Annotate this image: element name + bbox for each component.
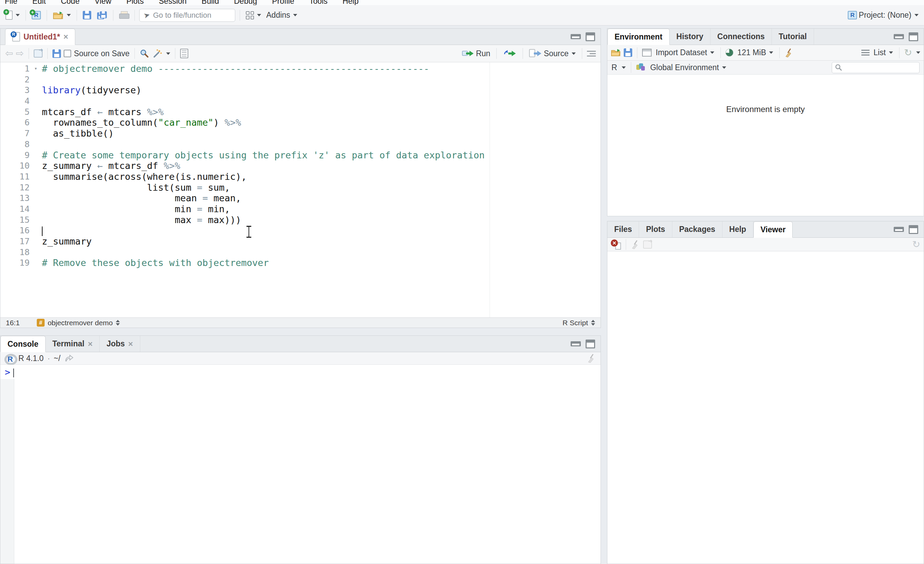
import-dataset-button[interactable]: Import Dataset: [654, 47, 716, 58]
tab-label: Tutorial: [778, 32, 807, 41]
new-file-icon: +: [6, 11, 13, 20]
tab-untitled1[interactable]: Untitled1* ×: [5, 29, 75, 45]
menu-help[interactable]: Help: [342, 0, 358, 5]
open-file-button[interactable]: [51, 10, 72, 21]
files-tab-files[interactable]: Files: [608, 221, 639, 238]
working-directory[interactable]: ~/: [54, 354, 61, 363]
section-label: objectremover demo: [48, 319, 113, 327]
menu-code[interactable]: Code: [61, 0, 80, 5]
view-directory-arrow-icon[interactable]: [64, 354, 74, 362]
close-tab-icon[interactable]: ×: [128, 341, 133, 347]
goto-file-input[interactable]: ➤ Go to file/function: [139, 9, 235, 22]
memory-usage-button[interactable]: 121 MiB: [736, 47, 774, 58]
menu-plots[interactable]: Plots: [126, 0, 144, 5]
environment-tab-environment[interactable]: Environment: [608, 29, 670, 45]
refresh-dropdown-icon[interactable]: [916, 51, 920, 54]
language-dropdown-icon[interactable]: [622, 66, 626, 69]
environment-search-input[interactable]: [832, 62, 920, 73]
menu-edit[interactable]: Edit: [32, 0, 46, 5]
menu-items: FileEditCodeViewPlotsSessionBuildDebugPr…: [0, 0, 924, 5]
code-tools-wand-icon[interactable]: [152, 49, 162, 58]
minimize-pane-icon[interactable]: [894, 227, 904, 232]
save-workspace-icon[interactable]: [624, 48, 632, 57]
maximize-pane-icon[interactable]: [586, 340, 595, 348]
load-workspace-icon[interactable]: [611, 49, 621, 57]
refresh-environment-icon[interactable]: ↻: [904, 48, 912, 57]
environment-tab-history[interactable]: History: [670, 29, 711, 45]
console-input-area[interactable]: >: [0, 365, 601, 564]
console-tab-jobs[interactable]: Jobs×: [100, 336, 140, 352]
refresh-viewer-icon[interactable]: ↻: [912, 240, 920, 249]
environment-tab-tutorial[interactable]: Tutorial: [772, 29, 814, 45]
file-type-menu[interactable]: R Script: [562, 319, 595, 327]
maximize-pane-icon[interactable]: [909, 32, 918, 41]
new-file-dropdown-icon[interactable]: [16, 14, 20, 17]
environment-scope-button[interactable]: Global Environment: [649, 62, 728, 73]
menu-view[interactable]: View: [94, 0, 111, 5]
view-mode-button[interactable]: List: [872, 47, 894, 58]
addins-button[interactable]: Addins: [265, 9, 298, 21]
fold-arrow-icon[interactable]: ▾: [30, 63, 42, 74]
find-replace-icon[interactable]: [140, 49, 149, 58]
menu-session[interactable]: Session: [159, 0, 187, 5]
source-on-save-checkbox[interactable]: [64, 50, 71, 57]
files-tab-plots[interactable]: Plots: [639, 221, 672, 238]
console-tab-bar: ConsoleTerminal×Jobs×: [0, 336, 601, 352]
panes-dropdown-icon[interactable]: [257, 14, 261, 17]
close-tab-icon[interactable]: ×: [63, 33, 68, 40]
code-editor[interactable]: 1▾# objectremover demo -----------------…: [0, 62, 601, 317]
source-button[interactable]: Source: [528, 48, 577, 59]
environment-tab-connections[interactable]: Connections: [711, 29, 772, 45]
rerun-button[interactable]: [501, 48, 518, 59]
files-tab-packages[interactable]: Packages: [672, 221, 723, 238]
clear-environment-broom-icon[interactable]: [784, 48, 794, 58]
new-project-button[interactable]: R+: [30, 10, 42, 20]
code-tools-dropdown-icon[interactable]: [166, 53, 170, 55]
new-project-icon: R+: [32, 11, 41, 20]
minimize-pane-icon[interactable]: [894, 34, 904, 39]
close-tab-icon[interactable]: ×: [88, 341, 93, 347]
source-tab-bar: Untitled1* ×: [0, 29, 601, 45]
menu-build[interactable]: Build: [201, 0, 219, 5]
minimize-pane-icon[interactable]: [571, 34, 581, 39]
forward-icon[interactable]: ⇨: [16, 49, 24, 58]
viewer-open-in-new-window-icon[interactable]: [643, 241, 652, 249]
editor-status-bar: 16:1 # objectremover demo R Script: [0, 317, 601, 328]
clear-all-viewer-broom-icon[interactable]: [631, 239, 640, 250]
new-file-button[interactable]: +: [4, 9, 21, 21]
source-dropdown-icon[interactable]: [572, 53, 576, 55]
open-file-dropdown-icon[interactable]: [67, 14, 71, 17]
fold-column: [30, 160, 42, 171]
minimize-pane-icon[interactable]: [571, 341, 581, 346]
save-document-icon[interactable]: [52, 50, 61, 58]
save-all-button[interactable]: [95, 9, 109, 21]
line-number: 14: [0, 204, 30, 215]
menu-debug[interactable]: Debug: [234, 0, 257, 5]
panes-layout-button[interactable]: [244, 10, 262, 20]
console-pane: ConsoleTerminal×Jobs× R 4.1.0 · ~/ >: [0, 335, 601, 564]
run-button[interactable]: Run: [460, 48, 492, 59]
menu-profile[interactable]: Profile: [272, 0, 294, 5]
maximize-pane-icon[interactable]: [586, 32, 595, 41]
files-tab-viewer[interactable]: Viewer: [753, 221, 793, 238]
menu-file[interactable]: File: [5, 0, 17, 5]
section-jump-menu[interactable]: # objectremover demo: [37, 319, 120, 327]
clear-viewer-icon[interactable]: ✕: [611, 239, 621, 250]
line-text: summarise(across(where(is.numeric),: [42, 171, 246, 182]
open-in-new-window-icon[interactable]: [34, 50, 42, 57]
console-tab-terminal[interactable]: Terminal×: [46, 336, 100, 352]
tab-label: Viewer: [760, 225, 786, 234]
menu-tools[interactable]: Tools: [309, 0, 327, 5]
save-button[interactable]: [81, 10, 93, 20]
compile-report-icon[interactable]: [180, 49, 188, 58]
line-number: 18: [0, 247, 30, 258]
print-button[interactable]: [118, 10, 130, 20]
maximize-pane-icon[interactable]: [909, 225, 918, 234]
back-icon[interactable]: ⇦: [5, 49, 13, 58]
document-outline-icon[interactable]: [587, 51, 596, 57]
code-line-3: 3library(tidyverse): [0, 85, 601, 96]
clear-console-broom-icon[interactable]: [587, 353, 597, 363]
console-tab-console[interactable]: Console: [0, 336, 46, 352]
files-tab-help[interactable]: Help: [723, 221, 753, 238]
project-menu-button[interactable]: R Project: (None): [846, 9, 920, 21]
